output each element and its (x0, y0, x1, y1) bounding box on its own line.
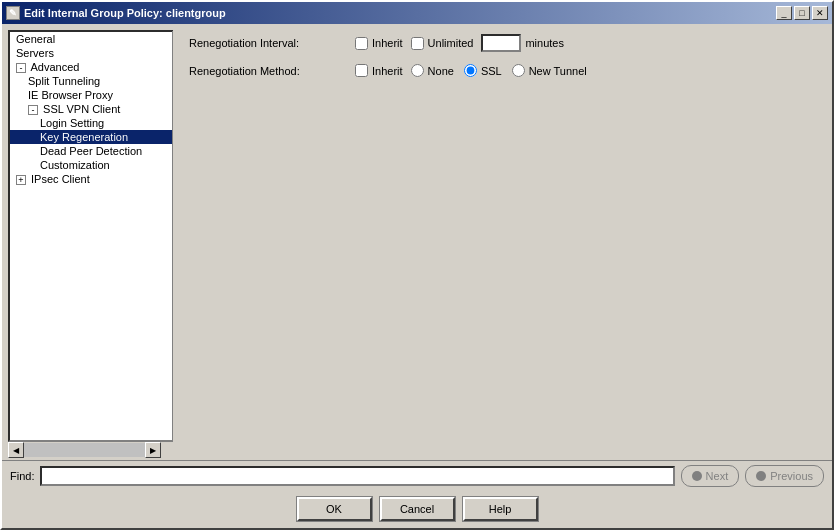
ipsec-client-label: IPsec Client (31, 173, 90, 185)
ipsec-expand-icon[interactable]: + (16, 175, 26, 185)
scroll-right-button[interactable]: ▶ (145, 442, 161, 458)
title-bar: ✎ Edit Internal Group Policy: clientgrou… (2, 2, 832, 24)
ok-button[interactable]: OK (297, 497, 372, 521)
renegotiation-interval-row: Renegotiation Interval: Inherit Unlimite… (189, 34, 816, 52)
button-bar: OK Cancel Help (2, 490, 832, 528)
scroll-left-button[interactable]: ◀ (8, 442, 24, 458)
tree-panel[interactable]: General Servers - Advanced Split Tunneli… (8, 30, 173, 442)
ssl-vpn-expand-icon[interactable]: - (28, 105, 38, 115)
split-tunneling-label: Split Tunneling (28, 75, 100, 87)
minimize-button[interactable]: _ (776, 6, 792, 20)
window-icon: ✎ (6, 6, 20, 20)
find-label: Find: (10, 470, 34, 482)
none-radio-group: None (411, 64, 454, 77)
renegotiation-interval-label: Renegotiation Interval: (189, 37, 349, 49)
ssl-label: SSL (481, 65, 502, 77)
advanced-label: Advanced (30, 61, 79, 73)
new-tunnel-radio[interactable] (512, 64, 525, 77)
advanced-expand-icon[interactable]: - (16, 63, 26, 73)
right-panel: Renegotiation Interval: Inherit Unlimite… (173, 24, 832, 442)
inherit-interval-label: Inherit (372, 37, 403, 49)
unlimited-checkbox[interactable] (411, 37, 424, 50)
sidebar-item-ssl-vpn-client[interactable]: - SSL VPN Client (10, 102, 172, 116)
sidebar-item-servers[interactable]: Servers (10, 46, 172, 60)
next-label: Next (706, 470, 729, 482)
sidebar-item-advanced[interactable]: - Advanced (10, 60, 172, 74)
sidebar-item-key-regeneration[interactable]: Key Regeneration (10, 130, 172, 144)
main-window: ✎ Edit Internal Group Policy: clientgrou… (0, 0, 834, 530)
key-regeneration-label: Key Regeneration (40, 131, 128, 143)
new-tunnel-radio-group: New Tunnel (512, 64, 587, 77)
sidebar-item-login-setting[interactable]: Login Setting (10, 116, 172, 130)
sidebar-item-customization[interactable]: Customization (10, 158, 172, 172)
sidebar-item-split-tunneling[interactable]: Split Tunneling (10, 74, 172, 88)
previous-icon (756, 471, 766, 481)
next-button[interactable]: Next (681, 465, 740, 487)
previous-label: Previous (770, 470, 813, 482)
renegotiation-method-row: Renegotiation Method: Inherit None SSL (189, 64, 816, 77)
general-label: General (16, 33, 55, 45)
sidebar-item-ie-browser-proxy[interactable]: IE Browser Proxy (10, 88, 172, 102)
inherit-interval-group: Inherit (355, 37, 403, 50)
sidebar-item-general[interactable]: General (10, 32, 172, 46)
sidebar-item-dead-peer-detection[interactable]: Dead Peer Detection (10, 144, 172, 158)
horizontal-scrollbar[interactable]: ◀ ▶ (8, 442, 161, 458)
maximize-button[interactable]: □ (794, 6, 810, 20)
main-area: General Servers - Advanced Split Tunneli… (2, 24, 832, 442)
help-button[interactable]: Help (463, 497, 538, 521)
window-title: Edit Internal Group Policy: clientgroup (24, 7, 226, 19)
renegotiation-method-label: Renegotiation Method: (189, 65, 349, 77)
window-content: General Servers - Advanced Split Tunneli… (2, 24, 832, 528)
scrollbar-row: ◀ ▶ (2, 442, 832, 460)
interval-value-input[interactable]: 30 (481, 34, 521, 52)
scroll-track[interactable] (24, 443, 145, 457)
ssl-radio-group: SSL (464, 64, 502, 77)
none-label: None (428, 65, 454, 77)
inherit-method-checkbox[interactable] (355, 64, 368, 77)
close-button[interactable]: ✕ (812, 6, 828, 20)
unlimited-label: Unlimited (428, 37, 474, 49)
sidebar-item-ipsec-client[interactable]: + IPsec Client (10, 172, 172, 186)
cancel-button[interactable]: Cancel (380, 497, 455, 521)
none-radio[interactable] (411, 64, 424, 77)
ie-browser-proxy-label: IE Browser Proxy (28, 89, 113, 101)
inherit-method-group: Inherit (355, 64, 403, 77)
ssl-vpn-client-label: SSL VPN Client (43, 103, 120, 115)
login-setting-label: Login Setting (40, 117, 104, 129)
new-tunnel-label: New Tunnel (529, 65, 587, 77)
previous-button[interactable]: Previous (745, 465, 824, 487)
minutes-label: minutes (525, 37, 564, 49)
dead-peer-detection-label: Dead Peer Detection (40, 145, 142, 157)
ssl-radio[interactable] (464, 64, 477, 77)
bottom-area: ◀ ▶ Find: Next Previous (2, 442, 832, 528)
find-bar: Find: Next Previous (2, 460, 832, 490)
customization-label: Customization (40, 159, 110, 171)
find-input[interactable] (40, 466, 674, 486)
unlimited-group: Unlimited (411, 37, 474, 50)
inherit-interval-checkbox[interactable] (355, 37, 368, 50)
next-icon (692, 471, 702, 481)
inherit-method-label: Inherit (372, 65, 403, 77)
title-bar-buttons: _ □ ✕ (776, 6, 828, 20)
servers-label: Servers (16, 47, 54, 59)
